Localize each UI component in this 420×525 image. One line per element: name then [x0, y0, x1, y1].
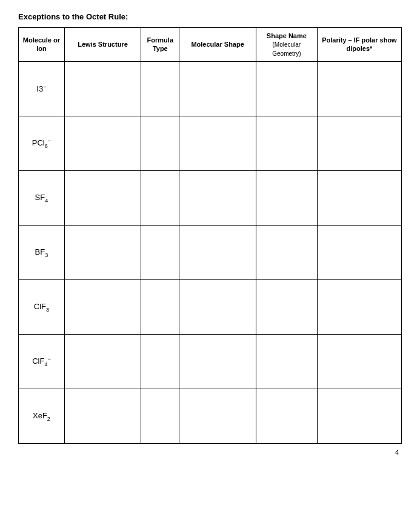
table-row: SF4 [19, 170, 402, 225]
lewis-xef2 [64, 389, 141, 443]
molecule-sf4: SF4 [19, 170, 65, 225]
header-polarity: Polarity – IF polar show dipoles* [317, 28, 401, 62]
header-shape-name: Shape Name (Molecular Geometry) [256, 28, 317, 62]
shape-i3 [179, 61, 256, 116]
lewis-sf4 [64, 170, 141, 225]
molecule-clf3: ClF3 [19, 279, 65, 334]
shapename-clf4 [256, 334, 317, 389]
formula-clf3 [141, 279, 179, 334]
header-lewis: Lewis Structure [64, 28, 141, 62]
molecule-bf3: BF3 [19, 225, 65, 279]
molecule-pcl6: PCl6− [19, 116, 65, 170]
shape-clf4 [179, 334, 256, 389]
molecule-clf4: ClF4− [19, 334, 65, 389]
table-header-row: Molecule or Ion Lewis Structure Formula … [19, 28, 402, 62]
shapename-bf3 [256, 225, 317, 279]
shape-clf3 [179, 279, 256, 334]
polarity-i3 [317, 61, 401, 116]
polarity-sf4 [317, 170, 401, 225]
header-molecule: Molecule or Ion [19, 28, 65, 62]
exceptions-table: Molecule or Ion Lewis Structure Formula … [18, 27, 402, 444]
table-row: XeF2 [19, 389, 402, 443]
lewis-clf3 [64, 279, 141, 334]
polarity-clf3 [317, 279, 401, 334]
formula-i3 [141, 61, 179, 116]
table-row: I3− [19, 61, 402, 116]
polarity-pcl6 [317, 116, 401, 170]
table-row: ClF4− [19, 334, 402, 389]
formula-xef2 [141, 389, 179, 443]
shape-sf4 [179, 170, 256, 225]
page-number: 4 [18, 449, 402, 456]
header-molecular-shape: Molecular Shape [179, 28, 256, 62]
shape-bf3 [179, 225, 256, 279]
molecule-i3: I3− [19, 61, 65, 116]
table-row: ClF3 [19, 279, 402, 334]
table-row: PCl6− [19, 116, 402, 170]
polarity-bf3 [317, 225, 401, 279]
lewis-pcl6 [64, 116, 141, 170]
formula-sf4 [141, 170, 179, 225]
page-title: Exceptions to the Octet Rule: [18, 12, 402, 21]
lewis-bf3 [64, 225, 141, 279]
polarity-xef2 [317, 389, 401, 443]
molecule-xef2: XeF2 [19, 389, 65, 443]
shapename-xef2 [256, 389, 317, 443]
lewis-i3 [64, 61, 141, 116]
shapename-sf4 [256, 170, 317, 225]
table-row: BF3 [19, 225, 402, 279]
formula-pcl6 [141, 116, 179, 170]
formula-clf4 [141, 334, 179, 389]
polarity-clf4 [317, 334, 401, 389]
shape-pcl6 [179, 116, 256, 170]
shapename-pcl6 [256, 116, 317, 170]
header-formula: Formula Type [141, 28, 179, 62]
shapename-clf3 [256, 279, 317, 334]
lewis-clf4 [64, 334, 141, 389]
formula-bf3 [141, 225, 179, 279]
shape-xef2 [179, 389, 256, 443]
shapename-i3 [256, 61, 317, 116]
